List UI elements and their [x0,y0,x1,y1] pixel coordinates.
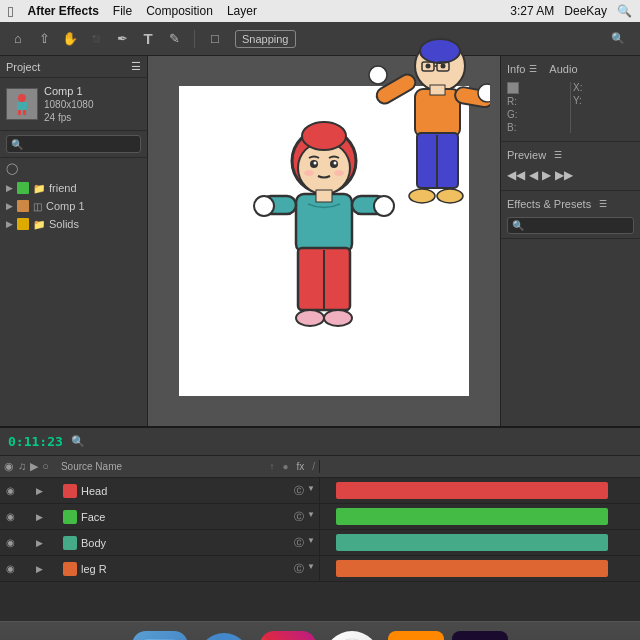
svg-rect-26 [422,62,434,71]
ghost-icon [196,631,252,640]
svg-point-1 [18,94,26,102]
visibility-icon[interactable]: ◉ [4,460,14,473]
expand-arrow: ▶ [6,201,13,211]
color-preview [507,82,519,94]
layer-expand-arrow[interactable]: ▶ [36,564,43,574]
comp-fps: 24 fps [44,111,94,124]
snapping-button[interactable]: Snapping [235,30,296,48]
hand-icon[interactable]: ✋ [60,29,80,49]
project-header: Project ☰ [0,56,147,78]
project-thumbnail[interactable]: Comp 1 1080x1080 24 fps [0,78,147,131]
shy-icon[interactable]: Ⓒ [294,536,304,550]
info-x: X: [573,82,634,93]
left-panel: Project ☰ Comp 1 1080x1080 24 fps [0,56,148,426]
dock-safari[interactable] [324,631,380,640]
svg-point-30 [441,64,446,69]
menu-layer[interactable]: Layer [227,4,257,18]
timeline-col-icons: ◉ ♫ ▶ ○ [4,460,49,473]
dock-ghost[interactable] [196,631,252,640]
layer-vis-icon[interactable]: ◉ [4,563,16,574]
svg-point-13 [334,170,344,176]
timeline-layer-head: ◉ ▶ Head Ⓒ ▼ [0,478,640,504]
dropdown-icon[interactable]: ▼ [307,536,315,550]
r-label: R: [507,96,517,107]
menu-file[interactable]: File [113,4,132,18]
project-search-input[interactable]: 🔍 [6,135,141,153]
dock-illustrator[interactable]: Ai [388,631,444,640]
effects-search-input[interactable]: 🔍 [507,217,634,234]
timeline-layers: ◉ ▶ Head Ⓒ ▼ ◉ ▶ [0,478,640,621]
layer-vis-icon[interactable]: ◉ [4,511,16,522]
layer-controls-head: ◉ ▶ Head Ⓒ ▼ [0,478,320,503]
info-left-col: R: G: B: [507,82,568,133]
svg-point-10 [314,162,317,165]
dropdown-icon[interactable]: ▼ [307,484,315,498]
layer-vis-icon[interactable]: ◉ [4,537,16,548]
layer-bar-area-face [320,504,640,529]
toolbar-search-icon[interactable]: 🔍 [604,29,632,49]
menu-composition[interactable]: Composition [146,4,213,18]
timeline-header: 0:11:23 🔍 [0,428,640,456]
layer-expand-arrow[interactable]: ▶ [36,512,43,522]
shape-icon[interactable]: ◾ [86,29,106,49]
layer-icons: Ⓒ ▼ [294,562,315,576]
preview-menu-icon[interactable]: ☰ [554,150,562,160]
info-header: Info ☰ Audio [507,60,634,78]
menu-icon[interactable]: ☰ [131,60,141,73]
layer-vis-icon[interactable]: ◉ [4,485,16,496]
pen-icon[interactable]: ✒ [112,29,132,49]
play-button[interactable]: ▶ [542,168,551,182]
layer-expand-arrow[interactable]: ▶ [36,538,43,548]
info-menu-icon[interactable]: ☰ [529,64,537,74]
item-label: Solids [49,218,79,230]
prev-frame-button[interactable]: ◀ [529,168,538,182]
home-icon[interactable]: ⌂ [8,29,28,49]
layer-icons: Ⓒ ▼ [294,510,315,524]
dropdown-icon[interactable]: ▼ [307,510,315,524]
item-label: Comp 1 [46,200,85,212]
comp-name: Comp 1 [44,84,94,98]
layer-name: leg R [81,563,290,575]
pointer-icon[interactable]: ⇧ [34,29,54,49]
dock-instagram[interactable] [260,631,316,640]
dock-finder[interactable] [132,631,188,640]
dock-after-effects[interactable]: Ae [452,631,508,640]
svg-point-47 [198,633,250,640]
filter-icon[interactable]: ◯ [6,162,18,174]
comp-resolution: 1080x1080 [44,98,94,111]
comp-canvas [179,86,469,396]
info-y: Y: [573,95,634,106]
character-container [179,86,469,396]
text-icon[interactable]: T [138,29,158,49]
layer-expand-arrow[interactable]: ▶ [36,486,43,496]
project-item-solids[interactable]: ▶ 📁 Solids [0,215,147,233]
clock: 3:27 AM [510,4,554,18]
app-name[interactable]: After Effects [27,4,98,18]
comp-thumbnail [6,88,38,120]
layer-bar [336,534,608,552]
timeline-layer-legr: ◉ ▶ leg R Ⓒ ▼ [0,556,640,582]
dropdown-icon[interactable]: ▼ [307,562,315,576]
project-item-comp1[interactable]: ▶ ◫ Comp 1 [0,197,147,215]
null-icon[interactable]: ○ [42,460,49,473]
expand-icon[interactable]: ▶ [30,460,38,473]
brush-icon[interactable]: ✎ [164,29,184,49]
info-grid: R: G: B: X: [507,78,634,137]
audio-icon[interactable]: ♫ [18,460,26,473]
effects-menu-icon[interactable]: ☰ [599,199,607,209]
timeline-search-icon[interactable]: 🔍 [71,435,85,448]
next-frame-button[interactable]: ▶▶ [555,168,573,182]
project-item-friend[interactable]: ▶ 📁 friend [0,179,147,197]
g-label: G: [507,109,518,120]
shy-icon[interactable]: Ⓒ [294,484,304,498]
rect-icon[interactable]: □ [205,29,225,49]
project-items: ▶ 📁 friend ▶ ◫ Comp 1 ▶ 📁 Solids [0,179,147,426]
dock: Ai Ae [0,621,640,640]
shy-icon[interactable]: Ⓒ [294,562,304,576]
skip-start-button[interactable]: ◀◀ [507,168,525,182]
apple-menu[interactable]:  [8,3,13,20]
project-search-area: 🔍 [0,131,147,158]
svg-rect-27 [437,62,449,71]
shy-icon[interactable]: Ⓒ [294,510,304,524]
search-icon[interactable]: 🔍 [617,4,632,18]
